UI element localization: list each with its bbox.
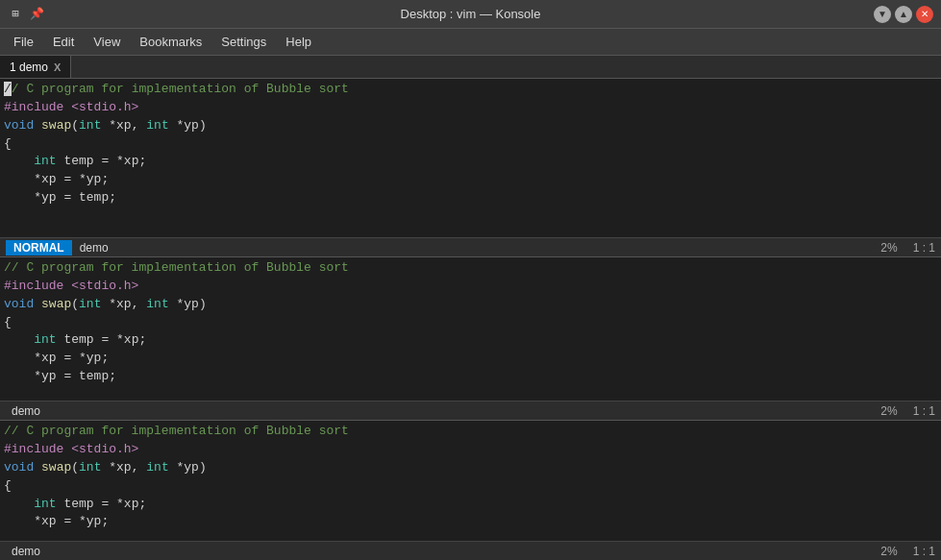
menu-bookmarks[interactable]: Bookmarks	[130, 33, 211, 51]
tab-label: 1 demo	[10, 61, 48, 74]
tab-demo[interactable]: 1 demo X	[0, 56, 71, 78]
code-line: {	[4, 314, 937, 332]
tab-close-icon[interactable]: X	[54, 61, 61, 73]
status-filename-1: demo	[80, 241, 109, 255]
pin-icon: 📌	[29, 7, 44, 22]
code-line: // C program for implementation of Bubbl…	[4, 423, 937, 441]
menu-settings[interactable]: Settings	[211, 33, 276, 51]
panes-wrapper: // C program for implementation of Bubbl…	[0, 79, 941, 560]
pane-2-content: // C program for implementation of Bubbl…	[0, 257, 941, 401]
menu-file[interactable]: File	[4, 33, 43, 51]
code-line: *xp = *yp;	[4, 350, 937, 368]
window-title: Desktop : vim — Konsole	[401, 7, 541, 21]
status-bar-3: demo 2% 1 : 1	[0, 541, 941, 560]
status-left-1: NORMAL demo	[6, 240, 109, 256]
pane-1-content: // C program for implementation of Bubbl…	[0, 79, 941, 237]
code-line: #include <stdio.h>	[4, 99, 937, 117]
status-percent-1: 2%	[880, 241, 897, 255]
code-line: void swap(int *xp, int *yp)	[4, 459, 937, 477]
vim-pane-1[interactable]: // C program for implementation of Bubbl…	[0, 79, 941, 257]
code-line: int temp = *xp;	[4, 496, 937, 514]
title-bar: ⊞ 📌 Desktop : vim — Konsole ▼ ▲ ✕	[0, 0, 941, 29]
code-line: *yp = temp;	[4, 368, 937, 386]
code-line: *xp = *yp;	[4, 171, 937, 189]
code-line: int temp = *xp;	[4, 153, 937, 171]
status-position-2: 1 : 1	[913, 404, 935, 418]
status-position-1: 1 : 1	[913, 241, 935, 255]
status-percent-3: 2%	[880, 545, 897, 558]
title-bar-left: ⊞ 📌	[8, 7, 44, 22]
code-line: int temp = *xp;	[4, 331, 937, 350]
maximize-button[interactable]: ▲	[895, 6, 912, 23]
code-line: // C program for implementation of Bubbl…	[4, 259, 937, 278]
status-right-1: 2% 1 : 1	[880, 241, 935, 255]
code-line: void swap(int *xp, int *yp)	[4, 296, 937, 314]
status-percent-2: 2%	[880, 404, 897, 418]
window-controls: ▼ ▲ ✕	[874, 6, 933, 23]
menu-view[interactable]: View	[84, 33, 130, 51]
minimize-button[interactable]: ▼	[874, 6, 891, 23]
code-line: {	[4, 135, 937, 154]
vim-mode: NORMAL	[6, 240, 72, 256]
status-filename-2: demo	[6, 403, 46, 419]
pane-3-content: // C program for implementation of Bubbl…	[0, 421, 941, 541]
code-line: void swap(int *xp, int *yp)	[4, 117, 937, 135]
vim-pane-2[interactable]: // C program for implementation of Bubbl…	[0, 257, 941, 421]
menu-bar: File Edit View Bookmarks Settings Help	[0, 29, 941, 56]
code-line: *yp = temp;	[4, 189, 937, 207]
menu-edit[interactable]: Edit	[43, 33, 84, 51]
vim-pane-3[interactable]: // C program for implementation of Bubbl…	[0, 421, 941, 560]
status-right-2: 2% 1 : 1	[880, 404, 935, 418]
close-button[interactable]: ✕	[916, 6, 933, 23]
code-line: #include <stdio.h>	[4, 441, 937, 459]
code-line: // C program for implementation of Bubbl…	[4, 81, 937, 99]
status-bar-1: NORMAL demo 2% 1 : 1	[0, 237, 941, 256]
status-bar-2: demo 2% 1 : 1	[0, 401, 941, 420]
status-position-3: 1 : 1	[913, 545, 935, 558]
vim-container: 1 demo X // C program for implementation…	[0, 56, 941, 560]
code-line: #include <stdio.h>	[4, 278, 937, 296]
code-line: {	[4, 477, 937, 496]
status-filename-3: demo	[6, 544, 46, 559]
app-icon: ⊞	[8, 7, 23, 22]
menu-help[interactable]: Help	[276, 33, 321, 51]
status-right-3: 2% 1 : 1	[880, 545, 935, 558]
tab-bar: 1 demo X	[0, 56, 941, 79]
code-line: *xp = *yp;	[4, 513, 937, 531]
